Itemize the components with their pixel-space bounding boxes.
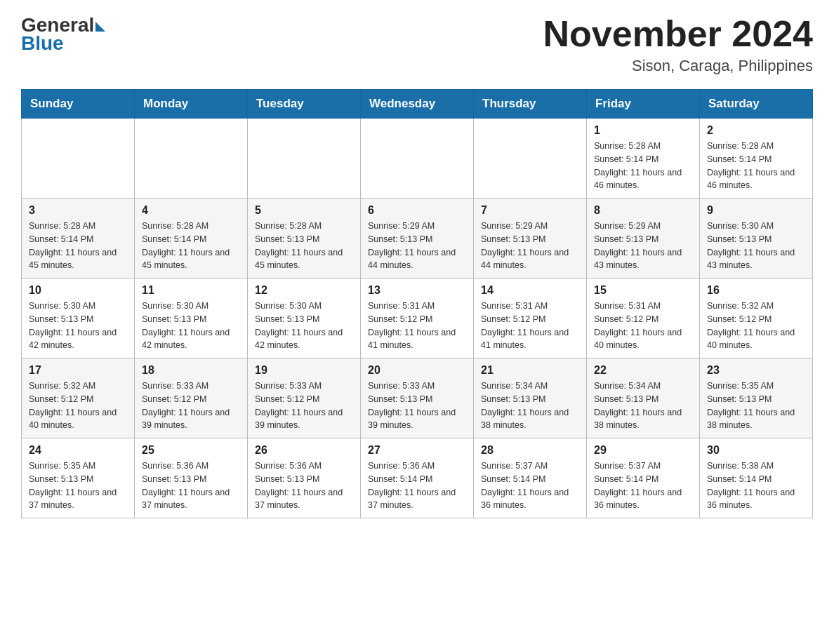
calendar-cell: 7Sunrise: 5:29 AMSunset: 5:13 PMDaylight… — [474, 199, 587, 279]
day-info: Sunrise: 5:33 AMSunset: 5:12 PMDaylight:… — [142, 380, 240, 432]
calendar-cell: 28Sunrise: 5:37 AMSunset: 5:14 PMDayligh… — [474, 438, 587, 518]
calendar-cell: 27Sunrise: 5:36 AMSunset: 5:14 PMDayligh… — [361, 438, 474, 518]
calendar-cell — [135, 119, 248, 199]
logo-blue-text: Blue — [21, 32, 64, 55]
day-number: 28 — [481, 444, 579, 457]
day-number: 16 — [707, 284, 805, 297]
day-number: 14 — [481, 284, 579, 297]
logo: General Blue — [21, 14, 105, 55]
day-number: 10 — [29, 284, 127, 297]
weekday-header-monday: Monday — [135, 90, 248, 119]
day-info: Sunrise: 5:30 AMSunset: 5:13 PMDaylight:… — [29, 300, 127, 352]
day-number: 7 — [481, 204, 579, 217]
calendar-cell: 1Sunrise: 5:28 AMSunset: 5:14 PMDaylight… — [587, 119, 700, 199]
calendar-cell: 21Sunrise: 5:34 AMSunset: 5:13 PMDayligh… — [474, 358, 587, 438]
weekday-header-friday: Friday — [587, 90, 700, 119]
calendar-week-row: 17Sunrise: 5:32 AMSunset: 5:12 PMDayligh… — [22, 358, 813, 438]
calendar-cell: 4Sunrise: 5:28 AMSunset: 5:14 PMDaylight… — [135, 199, 248, 279]
calendar-cell: 15Sunrise: 5:31 AMSunset: 5:12 PMDayligh… — [587, 279, 700, 358]
day-number: 9 — [707, 204, 805, 217]
day-number: 8 — [594, 204, 692, 217]
day-info: Sunrise: 5:29 AMSunset: 5:13 PMDaylight:… — [368, 220, 466, 272]
calendar-cell: 17Sunrise: 5:32 AMSunset: 5:12 PMDayligh… — [22, 358, 135, 438]
day-info: Sunrise: 5:37 AMSunset: 5:14 PMDaylight:… — [481, 459, 579, 512]
day-number: 1 — [594, 124, 692, 137]
day-number: 19 — [255, 364, 353, 377]
calendar-cell: 6Sunrise: 5:29 AMSunset: 5:13 PMDaylight… — [361, 199, 474, 279]
calendar-cell: 12Sunrise: 5:30 AMSunset: 5:13 PMDayligh… — [248, 279, 361, 358]
day-info: Sunrise: 5:31 AMSunset: 5:12 PMDaylight:… — [594, 300, 692, 352]
day-info: Sunrise: 5:34 AMSunset: 5:13 PMDaylight:… — [481, 380, 579, 432]
day-number: 22 — [594, 364, 692, 377]
day-number: 25 — [142, 444, 240, 457]
day-number: 26 — [255, 444, 353, 457]
calendar-cell: 11Sunrise: 5:30 AMSunset: 5:13 PMDayligh… — [135, 279, 248, 358]
day-number: 13 — [368, 284, 466, 297]
calendar-week-row: 10Sunrise: 5:30 AMSunset: 5:13 PMDayligh… — [22, 279, 813, 358]
weekday-header-saturday: Saturday — [700, 90, 813, 119]
day-info: Sunrise: 5:28 AMSunset: 5:13 PMDaylight:… — [255, 220, 353, 272]
day-number: 18 — [142, 364, 240, 377]
calendar-cell — [474, 119, 587, 199]
calendar-week-row: 24Sunrise: 5:35 AMSunset: 5:13 PMDayligh… — [22, 438, 813, 518]
weekday-header-sunday: Sunday — [22, 90, 135, 119]
calendar-cell: 5Sunrise: 5:28 AMSunset: 5:13 PMDaylight… — [248, 199, 361, 279]
calendar-week-row: 1Sunrise: 5:28 AMSunset: 5:14 PMDaylight… — [22, 119, 813, 199]
calendar-cell: 22Sunrise: 5:34 AMSunset: 5:13 PMDayligh… — [587, 358, 700, 438]
weekday-header-tuesday: Tuesday — [248, 90, 361, 119]
calendar-cell: 8Sunrise: 5:29 AMSunset: 5:13 PMDaylight… — [587, 199, 700, 279]
calendar-cell — [22, 119, 135, 199]
day-info: Sunrise: 5:33 AMSunset: 5:12 PMDaylight:… — [255, 380, 353, 432]
day-info: Sunrise: 5:37 AMSunset: 5:14 PMDaylight:… — [594, 459, 692, 512]
calendar-table: SundayMondayTuesdayWednesdayThursdayFrid… — [21, 89, 813, 518]
day-number: 30 — [707, 444, 805, 457]
day-number: 3 — [29, 204, 127, 217]
day-info: Sunrise: 5:31 AMSunset: 5:12 PMDaylight:… — [368, 300, 466, 352]
day-number: 6 — [368, 204, 466, 217]
day-info: Sunrise: 5:28 AMSunset: 5:14 PMDaylight:… — [594, 140, 692, 192]
location-text: Sison, Caraga, Philippines — [543, 57, 813, 75]
calendar-cell: 16Sunrise: 5:32 AMSunset: 5:12 PMDayligh… — [700, 279, 813, 358]
calendar-cell: 2Sunrise: 5:28 AMSunset: 5:14 PMDaylight… — [700, 119, 813, 199]
day-info: Sunrise: 5:30 AMSunset: 5:13 PMDaylight:… — [255, 300, 353, 352]
calendar-cell: 13Sunrise: 5:31 AMSunset: 5:12 PMDayligh… — [361, 279, 474, 358]
day-number: 11 — [142, 284, 240, 297]
calendar-cell: 29Sunrise: 5:37 AMSunset: 5:14 PMDayligh… — [587, 438, 700, 518]
day-info: Sunrise: 5:33 AMSunset: 5:13 PMDaylight:… — [368, 380, 466, 432]
day-info: Sunrise: 5:36 AMSunset: 5:13 PMDaylight:… — [255, 459, 353, 512]
day-number: 20 — [368, 364, 466, 377]
weekday-header-wednesday: Wednesday — [361, 90, 474, 119]
page-header: General Blue November 2024 Sison, Caraga… — [21, 14, 813, 75]
day-info: Sunrise: 5:28 AMSunset: 5:14 PMDaylight:… — [707, 140, 805, 192]
calendar-cell: 20Sunrise: 5:33 AMSunset: 5:13 PMDayligh… — [361, 358, 474, 438]
calendar-cell — [248, 119, 361, 199]
day-info: Sunrise: 5:29 AMSunset: 5:13 PMDaylight:… — [594, 220, 692, 272]
calendar-cell: 30Sunrise: 5:38 AMSunset: 5:14 PMDayligh… — [700, 438, 813, 518]
day-info: Sunrise: 5:34 AMSunset: 5:13 PMDaylight:… — [594, 380, 692, 432]
day-number: 21 — [481, 364, 579, 377]
calendar-cell: 19Sunrise: 5:33 AMSunset: 5:12 PMDayligh… — [248, 358, 361, 438]
calendar-cell: 14Sunrise: 5:31 AMSunset: 5:12 PMDayligh… — [474, 279, 587, 358]
day-info: Sunrise: 5:28 AMSunset: 5:14 PMDaylight:… — [142, 220, 240, 272]
calendar-cell: 18Sunrise: 5:33 AMSunset: 5:12 PMDayligh… — [135, 358, 248, 438]
day-number: 2 — [707, 124, 805, 137]
calendar-cell: 24Sunrise: 5:35 AMSunset: 5:13 PMDayligh… — [22, 438, 135, 518]
day-number: 12 — [255, 284, 353, 297]
day-number: 15 — [594, 284, 692, 297]
day-number: 23 — [707, 364, 805, 377]
calendar-header-row: SundayMondayTuesdayWednesdayThursdayFrid… — [22, 90, 813, 119]
day-info: Sunrise: 5:28 AMSunset: 5:14 PMDaylight:… — [29, 220, 127, 272]
day-info: Sunrise: 5:31 AMSunset: 5:12 PMDaylight:… — [481, 300, 579, 352]
day-info: Sunrise: 5:36 AMSunset: 5:13 PMDaylight:… — [142, 459, 240, 512]
calendar-cell: 10Sunrise: 5:30 AMSunset: 5:13 PMDayligh… — [22, 279, 135, 358]
day-info: Sunrise: 5:32 AMSunset: 5:12 PMDaylight:… — [707, 300, 805, 352]
day-info: Sunrise: 5:35 AMSunset: 5:13 PMDaylight:… — [707, 380, 805, 432]
day-info: Sunrise: 5:30 AMSunset: 5:13 PMDaylight:… — [142, 300, 240, 352]
calendar-cell: 9Sunrise: 5:30 AMSunset: 5:13 PMDaylight… — [700, 199, 813, 279]
calendar-cell: 25Sunrise: 5:36 AMSunset: 5:13 PMDayligh… — [135, 438, 248, 518]
day-number: 29 — [594, 444, 692, 457]
calendar-cell: 26Sunrise: 5:36 AMSunset: 5:13 PMDayligh… — [248, 438, 361, 518]
day-info: Sunrise: 5:36 AMSunset: 5:14 PMDaylight:… — [368, 459, 466, 512]
calendar-cell: 3Sunrise: 5:28 AMSunset: 5:14 PMDaylight… — [22, 199, 135, 279]
day-info: Sunrise: 5:30 AMSunset: 5:13 PMDaylight:… — [707, 220, 805, 272]
